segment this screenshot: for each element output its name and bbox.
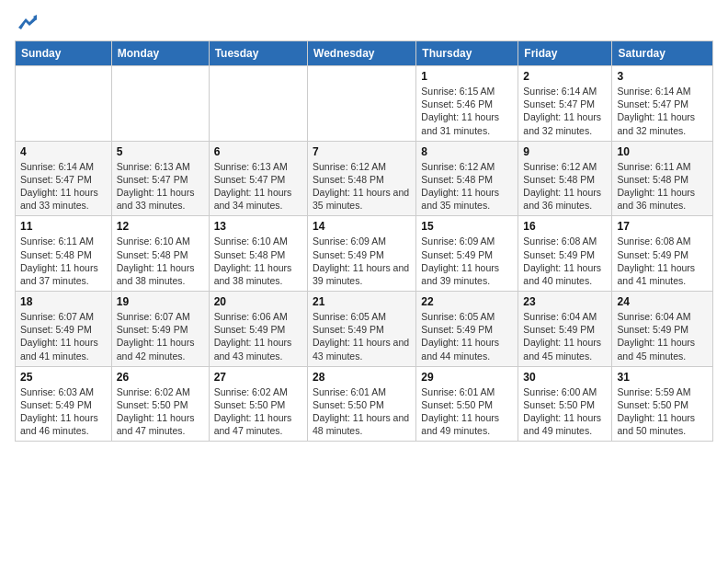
column-header-friday: Friday [518,41,612,66]
day-number: 15 [421,220,513,233]
day-cell: 31Sunrise: 5:59 AM Sunset: 5:50 PM Dayli… [612,366,713,442]
day-info: Sunrise: 6:08 AM Sunset: 5:49 PM Dayligh… [617,235,708,287]
day-cell: 9Sunrise: 6:12 AM Sunset: 5:48 PM Daylig… [518,141,612,216]
day-info: Sunrise: 6:07 AM Sunset: 5:49 PM Dayligh… [117,310,204,362]
column-header-thursday: Thursday [416,41,518,66]
calendar-body: 1Sunrise: 6:15 AM Sunset: 5:46 PM Daylig… [16,66,713,442]
day-number: 22 [421,295,513,308]
day-info: Sunrise: 6:02 AM Sunset: 5:50 PM Dayligh… [117,385,204,438]
day-cell: 29Sunrise: 6:01 AM Sunset: 5:50 PM Dayli… [416,366,518,442]
day-number: 18 [20,295,107,308]
day-number: 4 [20,145,107,158]
day-info: Sunrise: 6:13 AM Sunset: 5:47 PM Dayligh… [117,160,204,213]
day-info: Sunrise: 6:11 AM Sunset: 5:48 PM Dayligh… [617,160,708,213]
day-number: 29 [421,371,513,384]
day-number: 20 [214,295,302,308]
day-info: Sunrise: 6:01 AM Sunset: 5:50 PM Dayligh… [421,385,513,438]
day-cell: 2Sunrise: 6:14 AM Sunset: 5:47 PM Daylig… [518,66,612,142]
day-cell: 18Sunrise: 6:07 AM Sunset: 5:49 PM Dayli… [16,292,112,367]
column-header-saturday: Saturday [612,41,713,66]
week-row-1: 1Sunrise: 6:15 AM Sunset: 5:46 PM Daylig… [16,66,713,142]
day-info: Sunrise: 6:09 AM Sunset: 5:49 PM Dayligh… [421,235,513,287]
day-number: 12 [117,220,204,233]
day-number: 24 [617,295,708,308]
day-info: Sunrise: 6:02 AM Sunset: 5:50 PM Dayligh… [214,385,302,438]
day-number: 30 [523,371,607,384]
day-info: Sunrise: 6:08 AM Sunset: 5:49 PM Dayligh… [523,235,607,287]
column-header-sunday: Sunday [16,41,112,66]
day-number: 6 [214,145,302,158]
day-cell: 11Sunrise: 6:11 AM Sunset: 5:48 PM Dayli… [16,216,112,292]
day-cell: 6Sunrise: 6:13 AM Sunset: 5:47 PM Daylig… [209,141,307,216]
day-cell [308,66,416,142]
day-number: 1 [421,70,513,83]
day-info: Sunrise: 6:10 AM Sunset: 5:48 PM Dayligh… [214,235,302,287]
day-cell: 19Sunrise: 6:07 AM Sunset: 5:49 PM Dayli… [111,292,209,367]
day-info: Sunrise: 6:03 AM Sunset: 5:49 PM Dayligh… [20,385,107,438]
day-info: Sunrise: 6:12 AM Sunset: 5:48 PM Dayligh… [421,160,513,213]
day-cell: 15Sunrise: 6:09 AM Sunset: 5:49 PM Dayli… [416,216,518,292]
day-cell: 25Sunrise: 6:03 AM Sunset: 5:49 PM Dayli… [16,366,112,442]
day-number: 5 [117,145,204,158]
logo-bird-icon [17,15,37,31]
day-info: Sunrise: 6:01 AM Sunset: 5:50 PM Dayligh… [313,385,411,438]
day-cell: 27Sunrise: 6:02 AM Sunset: 5:50 PM Dayli… [209,366,307,442]
day-cell: 17Sunrise: 6:08 AM Sunset: 5:49 PM Dayli… [612,216,713,292]
day-number: 7 [313,145,411,158]
day-number: 21 [313,295,411,308]
day-number: 10 [617,145,708,158]
day-cell: 1Sunrise: 6:15 AM Sunset: 5:46 PM Daylig… [416,66,518,142]
week-row-4: 18Sunrise: 6:07 AM Sunset: 5:49 PM Dayli… [16,292,713,367]
day-number: 27 [214,371,302,384]
day-cell [209,66,307,142]
day-number: 17 [617,220,708,233]
day-number: 23 [523,295,607,308]
day-info: Sunrise: 6:14 AM Sunset: 5:47 PM Dayligh… [617,85,708,137]
day-info: Sunrise: 6:10 AM Sunset: 5:48 PM Dayligh… [117,235,204,287]
day-number: 8 [421,145,513,158]
logo [15,15,37,31]
day-info: Sunrise: 6:13 AM Sunset: 5:47 PM Dayligh… [214,160,302,213]
day-number: 25 [20,371,107,384]
day-info: Sunrise: 6:09 AM Sunset: 5:49 PM Dayligh… [313,235,411,287]
day-cell: 23Sunrise: 6:04 AM Sunset: 5:49 PM Dayli… [518,292,612,367]
column-header-tuesday: Tuesday [209,41,307,66]
day-number: 19 [117,295,204,308]
day-cell: 10Sunrise: 6:11 AM Sunset: 5:48 PM Dayli… [612,141,713,216]
day-info: Sunrise: 6:14 AM Sunset: 5:47 PM Dayligh… [523,85,607,137]
day-info: Sunrise: 6:12 AM Sunset: 5:48 PM Dayligh… [523,160,607,213]
day-info: Sunrise: 6:11 AM Sunset: 5:48 PM Dayligh… [20,235,107,287]
column-header-monday: Monday [111,41,209,66]
day-number: 14 [313,220,411,233]
day-number: 3 [617,70,708,83]
day-cell: 12Sunrise: 6:10 AM Sunset: 5:48 PM Dayli… [111,216,209,292]
day-info: Sunrise: 6:00 AM Sunset: 5:50 PM Dayligh… [523,385,607,438]
day-info: Sunrise: 5:59 AM Sunset: 5:50 PM Dayligh… [617,385,708,438]
day-info: Sunrise: 6:06 AM Sunset: 5:49 PM Dayligh… [214,310,302,362]
day-cell: 5Sunrise: 6:13 AM Sunset: 5:47 PM Daylig… [111,141,209,216]
day-number: 26 [117,371,204,384]
svg-marker-0 [18,17,37,29]
day-cell: 28Sunrise: 6:01 AM Sunset: 5:50 PM Dayli… [308,366,416,442]
day-cell: 26Sunrise: 6:02 AM Sunset: 5:50 PM Dayli… [111,366,209,442]
day-cell: 8Sunrise: 6:12 AM Sunset: 5:48 PM Daylig… [416,141,518,216]
day-info: Sunrise: 6:05 AM Sunset: 5:49 PM Dayligh… [421,310,513,362]
day-number: 2 [523,70,607,83]
day-number: 28 [313,371,411,384]
day-cell [16,66,112,142]
day-cell: 16Sunrise: 6:08 AM Sunset: 5:49 PM Dayli… [518,216,612,292]
day-info: Sunrise: 6:04 AM Sunset: 5:49 PM Dayligh… [523,310,607,362]
week-row-3: 11Sunrise: 6:11 AM Sunset: 5:48 PM Dayli… [16,216,713,292]
day-cell [111,66,209,142]
day-cell: 7Sunrise: 6:12 AM Sunset: 5:48 PM Daylig… [308,141,416,216]
calendar-table: SundayMondayTuesdayWednesdayThursdayFrid… [15,40,713,442]
day-number: 31 [617,371,708,384]
day-number: 16 [523,220,607,233]
day-cell: 24Sunrise: 6:04 AM Sunset: 5:49 PM Dayli… [612,292,713,367]
column-header-wednesday: Wednesday [308,41,416,66]
day-cell: 30Sunrise: 6:00 AM Sunset: 5:50 PM Dayli… [518,366,612,442]
day-cell: 21Sunrise: 6:05 AM Sunset: 5:49 PM Dayli… [308,292,416,367]
day-cell: 20Sunrise: 6:06 AM Sunset: 5:49 PM Dayli… [209,292,307,367]
day-info: Sunrise: 6:04 AM Sunset: 5:49 PM Dayligh… [617,310,708,362]
day-number: 11 [20,220,107,233]
